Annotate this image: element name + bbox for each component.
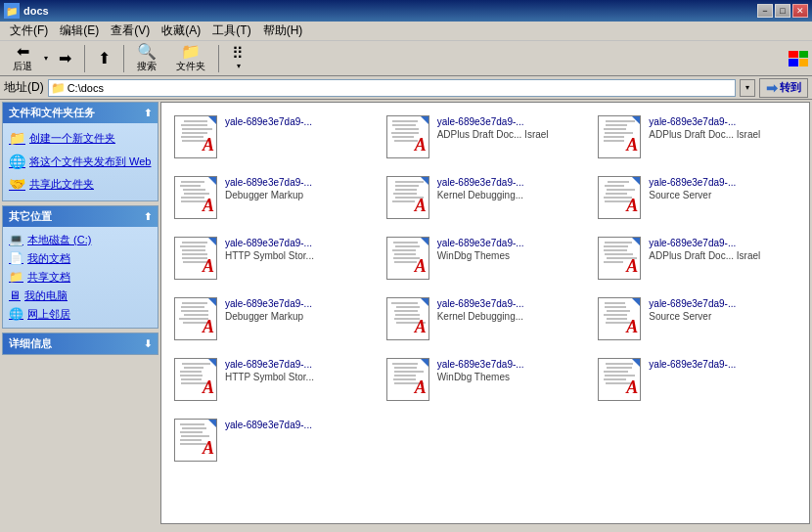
sidebar-network[interactable]: 🌐 网上邻居 — [9, 305, 152, 324]
other-collapse-icon: ⬆ — [144, 211, 152, 222]
shared-docs-icon: 📁 — [9, 270, 23, 284]
menu-file[interactable]: 文件(F) — [4, 21, 54, 41]
file-thumbnail: A — [598, 297, 645, 344]
main-area: 文件和文件夹任务 ⬆ 📁 创建一个新文件夹 🌐 将这个文件夹发布到 Web 🤝 … — [0, 100, 812, 526]
toolbar-separator-3 — [218, 45, 219, 72]
file-desc: Debugger Markup — [225, 310, 373, 323]
sidebar-new-folder[interactable]: 📁 创建一个新文件夹 — [9, 127, 152, 151]
sidebar-my-docs[interactable]: 📄 我的文档 — [9, 249, 152, 268]
file-text: yale-689e3e7da9-... Kernel Debugging... — [437, 176, 585, 201]
file-thumb-bg: A — [174, 176, 217, 219]
file-item[interactable]: A yale-689e3e7da9-... — [593, 353, 801, 410]
file-text: yale-689e3e7da9-... WinDbg Themes — [437, 237, 585, 262]
address-dropdown-button[interactable]: ▾ — [740, 79, 755, 97]
menu-favorites[interactable]: 收藏(A) — [156, 21, 206, 41]
tasks-collapse-icon: ⬆ — [144, 108, 152, 118]
up-button[interactable]: ⬆ — [89, 48, 119, 69]
share-icon: 🤝 — [9, 175, 25, 195]
minimize-button[interactable]: − — [757, 4, 773, 18]
sidebar-publish-label: 将这个文件夹发布到 Web — [29, 155, 151, 169]
file-thumb-a-icon: A — [203, 438, 214, 459]
file-text: yale-689e3e7da9-... ADPlus Draft Doc... … — [649, 115, 796, 141]
file-text: yale-689e3e7da9-... — [649, 358, 796, 371]
file-item[interactable]: A yale-689e3e7da9-... ADPlus Draft Doc..… — [382, 111, 590, 167]
sidebar-my-docs-label: 我的文档 — [27, 251, 70, 266]
file-thumb-a-icon: A — [626, 377, 638, 398]
file-thumb-a-icon: A — [626, 256, 638, 277]
folders-label: 文件夹 — [176, 60, 205, 73]
file-name: yale-689e3e7da9-... — [225, 419, 373, 431]
menu-help[interactable]: 帮助(H) — [257, 21, 309, 41]
file-desc: ADPlus Draft Doc... Israel — [649, 128, 796, 141]
back-button[interactable]: ⬅ 后退 — [4, 41, 41, 76]
sidebar-other-body: 💻 本地磁盘 (C:) 📄 我的文档 📁 共享文档 🖥 我的电脑 🌐 — [3, 227, 158, 328]
sidebar-my-computer[interactable]: 🖥 我的电脑 — [9, 287, 152, 305]
file-text: yale-689e3e7da9-... Source Server — [649, 297, 796, 323]
menu-view[interactable]: 查看(V) — [105, 21, 156, 41]
file-item[interactable]: A yale-689e3e7da9-... Source Server — [593, 171, 801, 228]
file-content-area: A yale-689e3e7da9-... A yale-689e3e7da9-… — [160, 102, 810, 524]
file-thumb-a-icon: A — [203, 256, 214, 277]
file-thumb-bg: A — [598, 115, 641, 158]
file-thumb-a-icon: A — [626, 196, 638, 216]
go-button[interactable]: ➡ 转到 — [759, 78, 808, 98]
toolbar-separator-1 — [84, 45, 85, 72]
file-item[interactable]: A yale-689e3e7da9-... HTTP Symbol Stor..… — [169, 232, 378, 288]
titlebar: 📁 docs − □ ✕ — [0, 0, 812, 22]
sidebar-new-folder-label: 创建一个新文件夹 — [29, 131, 115, 146]
views-button[interactable]: ⠿ ▾ — [223, 43, 252, 73]
sidebar-tasks-title: 文件和文件夹任务 — [9, 106, 95, 120]
file-thumb-bg: A — [174, 237, 217, 280]
file-text: yale-689e3e7da9-... — [225, 419, 373, 431]
file-desc: WinDbg Themes — [437, 249, 585, 262]
file-item[interactable]: A yale-689e3e7da9-... ADPlus Draft Doc..… — [593, 111, 801, 167]
sidebar-details-header[interactable]: 详细信息 ⬇ — [3, 333, 158, 354]
file-desc: Source Server — [649, 310, 796, 323]
sidebar-other-header[interactable]: 其它位置 ⬆ — [3, 206, 158, 227]
sidebar-share[interactable]: 🤝 共享此文件夹 — [9, 173, 152, 197]
file-name: yale-689e3e7da9-... — [649, 176, 796, 189]
file-desc: ADPlus Draft Doc... Israel — [649, 249, 796, 262]
folders-button[interactable]: 📁 文件夹 — [167, 41, 214, 76]
file-item[interactable]: A yale-689e3e7da9-... WinDbg Themes — [382, 232, 590, 288]
file-thumb-a-icon: A — [203, 377, 214, 398]
address-input[interactable] — [68, 82, 733, 94]
sidebar-local-disk[interactable]: 💻 本地磁盘 (C:) — [9, 231, 152, 249]
file-thumb-a-icon: A — [415, 317, 427, 337]
file-thumbnail: A — [598, 237, 645, 284]
close-button[interactable]: ✕ — [792, 4, 808, 18]
sidebar-shared-docs[interactable]: 📁 共享文档 — [9, 268, 152, 287]
file-name: yale-689e3e7da9-... — [649, 358, 796, 371]
file-thumbnail: A — [174, 115, 221, 162]
sidebar-publish-web[interactable]: 🌐 将这个文件夹发布到 Web — [9, 151, 152, 174]
file-name: yale-689e3e7da9-... — [437, 237, 585, 249]
maximize-button[interactable]: □ — [775, 4, 790, 18]
sidebar-tasks-header[interactable]: 文件和文件夹任务 ⬆ — [3, 103, 158, 123]
views-icon: ⠿ — [232, 46, 244, 62]
file-thumb-a-icon: A — [626, 135, 638, 155]
sidebar-local-disk-label: 本地磁盘 (C:) — [27, 233, 91, 247]
forward-button[interactable]: ➡ — [50, 48, 80, 69]
file-item[interactable]: A yale-689e3e7da9-... Debugger Markup — [169, 292, 378, 349]
file-item[interactable]: A yale-689e3e7da9-... Debugger Markup — [169, 171, 378, 228]
file-item[interactable]: A yale-689e3e7da9-... ADPlus Draft Doc..… — [593, 232, 801, 288]
file-desc: WinDbg Themes — [437, 371, 585, 383]
file-item[interactable]: A yale-689e3e7da9-... Kernel Debugging..… — [382, 171, 590, 228]
file-thumb-a-icon: A — [203, 135, 214, 155]
file-thumbnail: A — [386, 297, 433, 344]
file-item[interactable]: A yale-689e3e7da9-... HTTP Symbol Stor..… — [169, 353, 378, 410]
search-button[interactable]: 🔍 搜索 — [128, 41, 165, 76]
file-text: yale-689e3e7da9-... Kernel Debugging... — [437, 297, 585, 323]
file-text: yale-689e3e7da9-... HTTP Symbol Stor... — [225, 237, 373, 262]
menu-edit[interactable]: 编辑(E) — [54, 21, 105, 41]
file-item[interactable]: A yale-689e3e7da9-... WinDbg Themes — [382, 353, 590, 410]
file-text: yale-689e3e7da9-... ADPlus Draft Doc... … — [649, 237, 796, 262]
file-item[interactable]: A yale-689e3e7da9-... Kernel Debugging..… — [382, 292, 590, 349]
back-dropdown-icon[interactable]: ▾ — [44, 54, 48, 63]
file-item[interactable]: A yale-689e3e7da9-... Source Server — [593, 292, 801, 349]
file-thumb-bg: A — [386, 176, 429, 219]
file-name: yale-689e3e7da9-... — [437, 297, 585, 310]
file-item[interactable]: A yale-689e3e7da9-... — [169, 414, 378, 470]
file-item[interactable]: A yale-689e3e7da9-... — [169, 111, 378, 167]
menu-tools[interactable]: 工具(T) — [206, 21, 256, 41]
